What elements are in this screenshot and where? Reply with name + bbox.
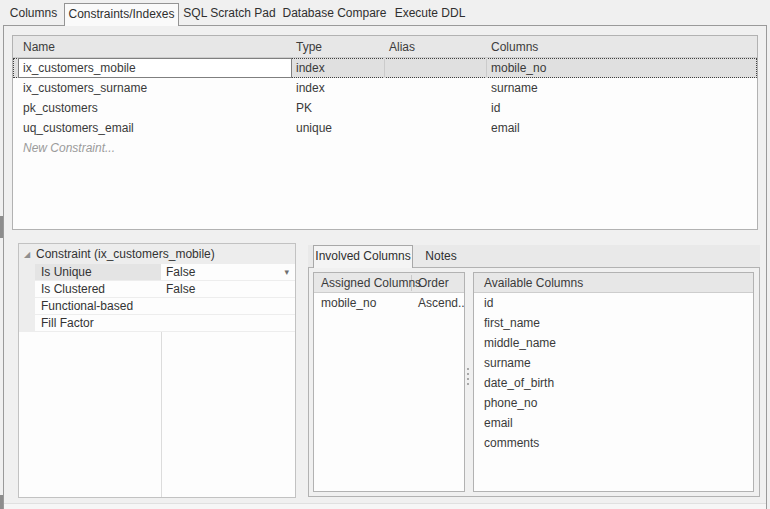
tab-notes[interactable]: Notes	[413, 245, 469, 267]
columns-cell[interactable]: mobile_no	[491, 58, 546, 78]
available-column-row[interactable]: middle_name	[474, 333, 753, 353]
column-header-available-columns[interactable]: Available Columns	[484, 273, 583, 293]
table-row-selected[interactable]: ix_customers_mobile index mobile_no	[13, 58, 757, 78]
property-category-title: Constraint (ix_customers_mobile)	[35, 247, 215, 261]
constraints-table-header: Name Type Alias Columns	[13, 36, 757, 58]
tab-database-compare[interactable]: Database Compare	[280, 1, 389, 26]
available-column-cell[interactable]: comments	[484, 433, 539, 453]
tab-execute-ddl[interactable]: Execute DDL	[389, 1, 471, 26]
property-gutter	[19, 298, 35, 314]
columns-cell[interactable]: email	[491, 118, 520, 138]
type-cell[interactable]: index	[296, 78, 325, 98]
property-label[interactable]: Is Clustered	[35, 281, 161, 297]
left-edge-sash	[0, 216, 3, 238]
property-label[interactable]: Functional-based	[35, 298, 161, 314]
available-columns-header: Available Columns	[474, 273, 753, 293]
property-gutter	[19, 315, 35, 331]
table-row[interactable]: ix_customers_surname index surname	[13, 78, 757, 98]
assigned-columns-header: Assigned Columns Order	[314, 273, 464, 293]
table-row[interactable]: uq_customers_email unique email	[13, 118, 757, 138]
bottom-panel-edge	[4, 503, 766, 509]
table-row[interactable]: pk_customers PK id	[13, 98, 757, 118]
tab-constraints-indexes[interactable]: Constraints/Indexes	[64, 3, 179, 26]
assigned-columns-table: Assigned Columns Order mobile_no Ascend.…	[313, 272, 465, 492]
property-value[interactable]: False	[161, 281, 295, 297]
constraints-indexes-screen: Columns Constraints/Indexes SQL Scratch …	[0, 0, 770, 509]
column-header-order[interactable]: Order	[418, 273, 449, 293]
cell-divider	[384, 58, 385, 78]
available-column-cell[interactable]: date_of_birth	[484, 373, 554, 393]
editor-tabbar: Columns Constraints/Indexes SQL Scratch …	[0, 0, 770, 26]
available-column-row[interactable]: surname	[474, 353, 753, 373]
tab-involved-columns[interactable]: Involved Columns	[313, 245, 413, 268]
column-header-assigned-columns[interactable]: Assigned Columns	[321, 273, 421, 293]
available-columns-table: Available Columns id first_name middle_n…	[473, 272, 754, 492]
constraints-table: Name Type Alias Columns ix_customers_mob…	[12, 35, 758, 230]
name-cell[interactable]: ix_customers_surname	[23, 78, 147, 98]
available-column-row[interactable]: date_of_birth	[474, 373, 753, 393]
property-category-header[interactable]: ◢ Constraint (ix_customers_mobile)	[19, 244, 295, 264]
property-row-functional-based[interactable]: Functional-based	[19, 298, 295, 315]
type-cell[interactable]: unique	[296, 118, 332, 138]
property-label[interactable]: Fill Factor	[35, 315, 161, 331]
available-column-row[interactable]: comments	[474, 433, 753, 453]
available-column-cell[interactable]: first_name	[484, 313, 540, 333]
property-gutter	[19, 281, 35, 297]
column-header-type[interactable]: Type	[296, 36, 322, 56]
available-column-cell[interactable]: email	[484, 413, 513, 433]
name-cell[interactable]: uq_customers_email	[23, 118, 134, 138]
name-cell-editor[interactable]: ix_customers_mobile	[18, 58, 292, 78]
available-column-cell[interactable]: id	[484, 293, 493, 313]
type-cell[interactable]: PK	[296, 98, 312, 118]
assigned-column-cell[interactable]: mobile_no	[321, 293, 376, 313]
constraint-details-panel: Involved Columns Notes Assigned Columns …	[308, 245, 760, 497]
column-header-alias[interactable]: Alias	[389, 36, 415, 56]
name-cell[interactable]: pk_customers	[23, 98, 98, 118]
property-value[interactable]	[161, 315, 295, 331]
details-tabbar: Involved Columns Notes	[308, 245, 760, 267]
property-row-fill-factor[interactable]: Fill Factor	[19, 315, 295, 332]
tab-content-panel: Name Type Alias Columns ix_customers_mob…	[3, 25, 767, 509]
available-column-cell[interactable]: middle_name	[484, 333, 556, 353]
property-gutter	[19, 264, 35, 280]
involved-columns-content: Assigned Columns Order mobile_no Ascend.…	[308, 267, 760, 497]
available-column-row[interactable]: id	[474, 293, 753, 313]
left-edge-sash	[0, 495, 3, 509]
available-column-cell[interactable]: phone_no	[484, 393, 537, 413]
available-column-row[interactable]: first_name	[474, 313, 753, 333]
columns-cell[interactable]: surname	[491, 78, 538, 98]
column-header-columns[interactable]: Columns	[491, 36, 538, 56]
tab-sql-scratch-pad[interactable]: SQL Scratch Pad	[179, 1, 280, 26]
property-value-dropdown[interactable]: False ▾	[161, 264, 295, 280]
available-column-cell[interactable]: surname	[484, 353, 531, 373]
columns-cell[interactable]: id	[491, 98, 500, 118]
splitter-grip-icon[interactable]	[467, 368, 469, 370]
property-value[interactable]	[161, 298, 295, 314]
cell-divider	[486, 58, 487, 78]
column-header-name[interactable]: Name	[23, 36, 55, 56]
constraint-properties-panel: ◢ Constraint (ix_customers_mobile) Is Un…	[18, 243, 296, 498]
property-value-text: False	[166, 265, 195, 279]
property-row-is-clustered[interactable]: Is Clustered False	[19, 281, 295, 298]
order-cell[interactable]: Ascend...	[418, 293, 465, 313]
category-expander-icon[interactable]: ◢	[19, 250, 35, 259]
available-column-row[interactable]: email	[474, 413, 753, 433]
dropdown-arrow-icon[interactable]: ▾	[284, 265, 289, 279]
assigned-column-row[interactable]: mobile_no Ascend...	[314, 293, 464, 313]
property-row-is-unique[interactable]: Is Unique False ▾	[19, 264, 295, 281]
available-column-row[interactable]: phone_no	[474, 393, 753, 413]
tab-columns[interactable]: Columns	[4, 1, 63, 26]
new-constraint-row[interactable]: New Constraint...	[13, 138, 757, 158]
type-cell[interactable]: index	[296, 58, 325, 78]
property-label[interactable]: Is Unique	[35, 264, 161, 280]
